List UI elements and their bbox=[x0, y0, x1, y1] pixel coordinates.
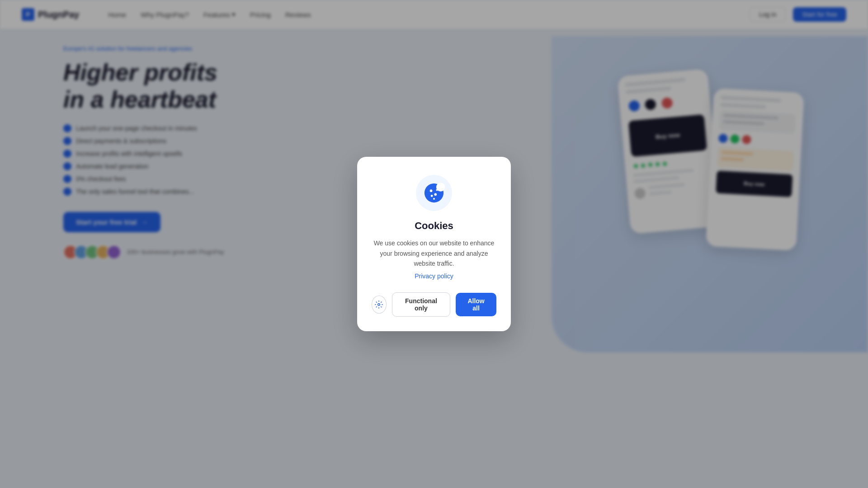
cookie-icon bbox=[422, 181, 446, 205]
cookie-icon-container bbox=[416, 175, 452, 211]
svg-point-2 bbox=[430, 190, 433, 192]
settings-button[interactable] bbox=[372, 296, 387, 314]
modal-actions: Functional only Allow all bbox=[372, 292, 496, 317]
svg-point-6 bbox=[433, 198, 435, 200]
gear-icon bbox=[375, 300, 383, 309]
cookie-modal: Cookies We use cookies on our website to… bbox=[357, 157, 511, 331]
modal-title: Cookies bbox=[415, 220, 453, 232]
functional-only-button[interactable]: Functional only bbox=[392, 292, 451, 317]
svg-point-4 bbox=[431, 195, 433, 197]
svg-point-5 bbox=[436, 189, 438, 191]
svg-point-7 bbox=[378, 303, 380, 305]
svg-point-3 bbox=[434, 193, 437, 196]
modal-description: We use cookies on our website to enhance… bbox=[372, 238, 496, 268]
allow-all-button[interactable]: Allow all bbox=[456, 293, 496, 316]
modal-wrapper: Cookies We use cookies on our website to… bbox=[0, 0, 868, 488]
privacy-policy-link[interactable]: Privacy policy bbox=[415, 272, 453, 280]
